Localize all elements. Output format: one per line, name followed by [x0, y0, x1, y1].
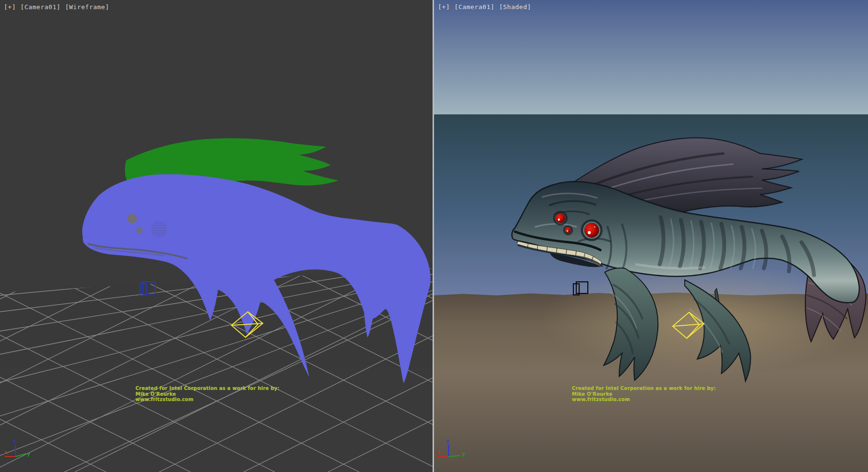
viewport-shading-menu[interactable]: [Wireframe] — [65, 3, 109, 11]
fish-eye-spot-small — [136, 227, 143, 234]
axis-y-label: y — [462, 451, 465, 457]
viewport-label-right: [+] [Camera01] [Shaded] — [438, 3, 532, 11]
axis-z-label: z — [446, 438, 449, 444]
watermark-credit: Created for Intel Corporation as a work … — [136, 386, 280, 403]
box-helper[interactable] — [140, 282, 155, 295]
fish-wireframe-model[interactable] — [82, 138, 431, 383]
viewport-wireframe: [+] [Camera01] [Wireframe] — [0, 0, 433, 472]
viewport-shading-menu[interactable]: [Shaded] — [499, 3, 531, 11]
fish-eye-spot-large — [151, 221, 167, 237]
sky-gradient — [434, 0, 868, 114]
watermark-credit: Created for Intel Corporation as a work … — [572, 386, 716, 403]
axis-y-label: y — [27, 451, 30, 457]
viewport-expand-button[interactable]: [+] — [4, 3, 16, 11]
fish-eye-spot — [127, 214, 137, 223]
axis-x-label: x — [437, 449, 440, 455]
viewport-expand-button[interactable]: [+] — [438, 3, 450, 11]
viewport-shaded: [+] [Camera01] [Shaded] — [434, 0, 868, 472]
dual-viewport-window: [+] [Camera01] [Wireframe] — [0, 0, 868, 472]
viewport-camera-menu[interactable]: [Camera01] — [20, 3, 60, 11]
wireframe-stipple-texture — [82, 174, 431, 383]
viewport-camera-menu[interactable]: [Camera01] — [454, 3, 494, 11]
axis-z-label: z — [13, 438, 16, 444]
axis-x-label: x — [4, 449, 7, 456]
viewport-label-left: [+] [Camera01] [Wireframe] — [4, 3, 110, 11]
